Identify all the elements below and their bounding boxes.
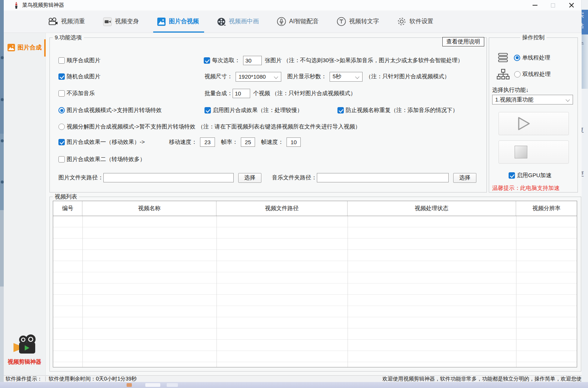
desktop-edge-left [0, 0, 4, 382]
checkbox-label: 图片合成效果二（转场特效多） [67, 156, 145, 163]
gpu-row: 启用GPU加速 [509, 172, 552, 179]
tab-label: 视频消重 [61, 18, 85, 25]
gpu-tip: 温馨提示：此电脑支持加速 [492, 185, 560, 192]
picture-path-select-button[interactable]: 选择 [238, 173, 261, 183]
radio-dual-thread[interactable] [514, 71, 521, 78]
checkbox-gpu[interactable] [509, 172, 515, 179]
option-row: 顺序合成图片 每次选取： 30 张图片 （注：不勾选则30张->如果添加音乐，图… [50, 55, 487, 66]
checkbox-label: 顺序合成图片 [67, 57, 100, 64]
pick-count-input[interactable]: 30 [243, 56, 262, 65]
help-button[interactable]: 查看使用说明 [442, 37, 484, 46]
maximize-button[interactable] [544, 0, 562, 10]
dual-thread-row: 双线程处理 [497, 69, 551, 80]
control-panel-group: 操作控制 单线程处理 [489, 37, 578, 193]
app-window: 菜鸟视频剪辑神器 视频消重 [4, 0, 582, 382]
checkbox-random-compose[interactable] [58, 73, 65, 80]
background-window-strip: 买 站 牛 复 更 [582, 0, 588, 382]
music-path-input[interactable] [317, 173, 449, 182]
radio-label: 单线程处理 [522, 54, 550, 61]
seconds-select[interactable]: 5秒 [330, 72, 363, 82]
decompose-note: （注：请在下面视频列表右键选择视频所在文件夹进行导入视频） [198, 123, 361, 130]
frame-speed-input[interactable]: 10 [287, 137, 301, 147]
options-group-title: 9.功能选项 [53, 34, 84, 41]
pick-count-label: 每次选取： [212, 57, 240, 64]
column-header[interactable]: 编号 [53, 201, 82, 216]
background-text-fragment: 买 [582, 12, 584, 19]
video-table-body[interactable] [53, 216, 577, 367]
video-size-select[interactable]: 1920*1080 [236, 72, 281, 82]
app-logo-icon [13, 2, 19, 9]
background-text-fragment: 牛 [582, 40, 584, 48]
tab-picture-in-picture[interactable]: 视频画中画 [217, 10, 259, 33]
minimize-button[interactable] [526, 0, 544, 10]
taskbar-icon[interactable] [127, 383, 132, 387]
tab-ai-dubbing[interactable]: AI智能配音 [277, 10, 319, 33]
taskbar-icon[interactable] [145, 383, 160, 387]
checkbox-sequential-compose[interactable] [58, 57, 65, 64]
checkbox-no-music[interactable] [58, 90, 65, 97]
tab-video-dedupe[interactable]: 视频消重 [48, 10, 85, 33]
layers-icon [497, 53, 509, 63]
pick-count-note: 张图片 （注：不勾选则30张->如果添加音乐，图片太少或太多软件会智能处理） [265, 57, 463, 64]
letter-t-icon [337, 17, 346, 26]
batch-label: 批量合成： [204, 90, 233, 97]
column-header[interactable]: 视频处理状态 [348, 201, 516, 216]
column-header[interactable]: 视频文件路径 [216, 201, 348, 216]
start-button[interactable] [498, 112, 569, 135]
frame-rate-input[interactable]: 25 [241, 137, 255, 147]
camcorder-icon [103, 17, 112, 26]
move-speed-label: 移动速度： [169, 139, 197, 146]
checkbox-enable-effect[interactable] [204, 107, 211, 113]
radio-label: 图片合成视频模式->支持图片转场特效 [67, 107, 162, 114]
video-size-label: 视频尺寸： [204, 73, 233, 80]
checkbox-prevent-duplicate-name[interactable] [337, 107, 344, 113]
video-camera-logo-icon [10, 334, 39, 355]
tab-label: 图片合视频 [169, 18, 199, 25]
radio-single-thread[interactable] [514, 55, 520, 61]
size-note: （注：只针对图片合成视频模式） [366, 73, 450, 80]
option-row: 图片合成视频模式->支持图片转场特效 启用图片合成效果（注：处理较慢） 防止视频… [50, 105, 487, 115]
taskbar-icon[interactable] [167, 383, 178, 387]
column-header[interactable]: 视频分辨率 [516, 201, 577, 216]
tab-label: AI智能配音 [289, 18, 319, 25]
close-button[interactable] [562, 0, 581, 10]
window-controls [526, 0, 581, 10]
checkbox-label: 随机合成图片 [67, 73, 100, 80]
picture-path-input[interactable] [103, 173, 234, 182]
stop-button[interactable] [498, 140, 569, 164]
picture-path-label: 图片文件夹路径： [58, 174, 103, 181]
background-text-fragment: 复 [582, 127, 584, 134]
column-header[interactable]: 视频名称 [82, 201, 216, 216]
batch-input[interactable]: 10 [233, 89, 250, 98]
tab-picture-to-video[interactable]: 图片合视频 [157, 10, 199, 33]
move-speed-input[interactable]: 23 [200, 137, 215, 147]
exec-function-select[interactable]: 1.视频消重功能 [492, 95, 573, 104]
radio-decompose-mode[interactable] [58, 124, 65, 130]
frame-speed-label: 帧速度： [261, 139, 284, 146]
option-row: 视频分解图片合成视频模式->暂不支持图片转场特效 （注：请在下面视频列表右键选择… [50, 122, 487, 132]
music-path-select-button[interactable]: 选择 [453, 173, 476, 183]
batch-note: 个视频 （注：只针对图片合成视频模式） [253, 90, 356, 97]
taskbar[interactable] [0, 382, 588, 388]
sidebar-item-picture-compose[interactable]: 图片合成 [4, 40, 45, 55]
content-area: 图片合成 视频剪辑神器 9.功能选项 [4, 33, 582, 375]
video-table[interactable]: 编号 视频名称 视频文件路径 视频处理状态 视频分辨率 [53, 201, 577, 367]
tab-video-transform[interactable]: 视频变身 [103, 10, 139, 33]
music-path-label: 音乐文件夹路径： [272, 174, 317, 181]
checkbox-label: 图片合成效果一（移动效果）-> [67, 139, 145, 146]
tab-video-to-text[interactable]: 视频转文字 [337, 10, 379, 33]
movie-camera-icon [48, 18, 58, 25]
option-row: 图片文件夹路径： 选择 音乐文件夹路径： 选择 [50, 173, 487, 183]
sidebar-logo: 视频剪辑神器 [4, 334, 45, 366]
tab-settings[interactable]: 软件设置 [397, 10, 433, 33]
checkbox-label: 启用图片合成效果（注：处理较慢） [213, 107, 303, 114]
radio-picture-video-mode[interactable] [58, 107, 65, 113]
checkbox-effect-two[interactable] [58, 156, 65, 163]
option-row: 图片合成效果二（转场特效多） [50, 154, 487, 164]
checkbox-pick-count[interactable] [204, 57, 210, 64]
checkbox-effect-one[interactable] [58, 139, 65, 145]
video-table-header: 编号 视频名称 视频文件路径 视频处理状态 视频分辨率 [53, 201, 577, 216]
control-panel-title: 操作控制 [520, 34, 546, 41]
option-row: 图片合成效果一（移动效果）-> 移动速度： 23 帧率： 25 帧速度： 10 [50, 137, 487, 147]
status-welcome: 欢迎使用视频剪辑神器，软件功能非常多，功能都是独立分明的，操作简单，欢迎您使 [382, 376, 582, 382]
